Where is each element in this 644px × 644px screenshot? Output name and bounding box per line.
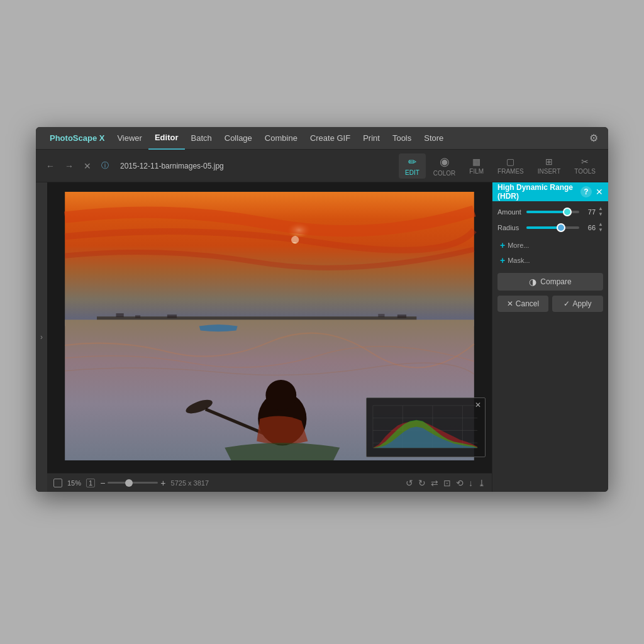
insert-icon: ⊞ xyxy=(545,157,553,167)
amount-arrows: ▲ ▼ xyxy=(598,206,603,217)
main-area: › xyxy=(36,182,608,492)
radius-value: 66 xyxy=(582,224,596,231)
zoom-slider-container: − + xyxy=(100,478,165,488)
tool-edit-label: EDIT xyxy=(405,169,419,176)
export-icon[interactable]: ⤓ xyxy=(478,478,486,488)
gear-icon[interactable]: ⚙ xyxy=(587,130,601,147)
toolbar-row: ← → ✕ ⓘ 2015-12-11-barnimages-05.jpg ✏ E… xyxy=(36,150,608,182)
edit-icon: ✏ xyxy=(408,156,416,168)
canvas-area: ✕ xyxy=(47,182,492,492)
tool-tools-label: TOOLS xyxy=(574,168,596,175)
radius-up-arrow[interactable]: ▲ xyxy=(598,222,603,227)
histogram-svg xyxy=(367,398,485,457)
color-icon: ◉ xyxy=(440,155,450,169)
radius-down-arrow[interactable]: ▼ xyxy=(598,228,603,233)
tools-icon: ✂ xyxy=(581,157,589,167)
cancel-label: Cancel xyxy=(516,299,539,308)
tool-film[interactable]: ▦ FILM xyxy=(463,154,490,177)
tool-tools[interactable]: ✂ TOOLS xyxy=(568,154,602,177)
flip-icon[interactable]: ⇄ xyxy=(431,478,438,488)
amount-slider-track[interactable] xyxy=(526,211,579,213)
compare-button[interactable]: ◑ Compare xyxy=(497,273,603,291)
amount-slider-fill xyxy=(526,211,567,213)
tool-film-label: FILM xyxy=(469,168,484,175)
menu-item-store[interactable]: Store xyxy=(418,127,450,150)
amount-value: 77 xyxy=(582,208,596,216)
compare-circle-icon: ◑ xyxy=(529,277,536,287)
tool-insert[interactable]: ⊞ INSERT xyxy=(531,154,567,177)
save-icon[interactable]: ↓ xyxy=(469,478,473,488)
hdr-close-button[interactable]: ✕ xyxy=(596,187,603,197)
tool-edit[interactable]: ✏ EDIT xyxy=(399,153,426,179)
amount-slider-row: Amount 77 ▲ ▼ xyxy=(497,206,603,217)
hdr-help-icon[interactable]: ? xyxy=(580,186,592,197)
toolbar-icons: ✏ EDIT ◉ COLOR ▦ FILM ▢ FRAMES ⊞ INSER xyxy=(399,152,602,179)
tool-color[interactable]: ◉ COLOR xyxy=(427,152,462,179)
rotate-left-icon[interactable]: ↺ xyxy=(406,478,413,488)
crop-icon[interactable]: ⊡ xyxy=(443,478,451,488)
more-label: More... xyxy=(508,242,529,249)
left-sidebar-toggle[interactable]: › xyxy=(36,182,47,492)
svg-point-7 xyxy=(265,380,296,411)
svg-rect-12 xyxy=(397,314,406,318)
forward-button[interactable]: → xyxy=(61,158,77,174)
radius-slider-track[interactable] xyxy=(526,226,579,229)
histogram-overlay: ✕ xyxy=(366,397,486,457)
svg-rect-9 xyxy=(135,315,140,318)
undo-icon[interactable]: ⟲ xyxy=(456,478,464,488)
menu-bar: PhotoScape X Viewer Editor Batch Collage… xyxy=(36,127,608,150)
cancel-x-icon: ✕ xyxy=(507,299,513,308)
histogram-close-button[interactable]: ✕ xyxy=(475,401,481,409)
thumbnail-icon xyxy=(53,479,62,487)
menu-item-print[interactable]: Print xyxy=(357,127,386,150)
tool-insert-label: INSERT xyxy=(538,168,561,175)
hdr-header: High Dynamic Range (HDR) ? ✕ xyxy=(492,182,608,201)
filename-label: 2015-12-11-barnimages-05.jpg xyxy=(120,162,224,170)
tool-frames[interactable]: ▢ FRAMES xyxy=(491,154,530,177)
app-window: PhotoScape X Viewer Editor Batch Collage… xyxy=(36,127,608,492)
frame-number: 1 xyxy=(86,479,95,487)
back-button[interactable]: ← xyxy=(42,158,58,174)
radius-label: Radius xyxy=(497,224,524,231)
apply-button[interactable]: ✓ Apply xyxy=(552,296,603,312)
menu-item-tools[interactable]: Tools xyxy=(386,127,418,150)
zoom-out-button[interactable]: − xyxy=(100,478,105,488)
tool-color-label: COLOR xyxy=(433,170,456,177)
radius-slider-row: Radius 66 ▲ ▼ xyxy=(497,222,603,233)
amount-down-arrow[interactable]: ▼ xyxy=(598,212,603,217)
amount-label: Amount xyxy=(497,208,524,216)
mask-label: Mask... xyxy=(508,257,530,264)
menu-item-combine[interactable]: Combine xyxy=(258,127,304,150)
radius-slider-fill xyxy=(526,226,561,229)
info-icon[interactable]: ⓘ xyxy=(97,158,113,174)
toolbar-nav: ← → ✕ ⓘ 2015-12-11-barnimages-05.jpg xyxy=(42,158,224,174)
mask-button[interactable]: + Mask... xyxy=(497,253,603,268)
menu-item-creategif[interactable]: Create GIF xyxy=(304,127,357,150)
zoom-slider[interactable] xyxy=(108,482,158,484)
cancel-button[interactable]: ✕ Cancel xyxy=(497,296,548,312)
amount-slider-thumb[interactable] xyxy=(563,208,572,216)
menu-item-viewer[interactable]: Viewer xyxy=(111,127,148,150)
close-button[interactable]: ✕ xyxy=(80,158,95,174)
menu-item-editor[interactable]: Editor xyxy=(148,127,185,150)
svg-rect-11 xyxy=(378,314,384,317)
menu-item-batch[interactable]: Batch xyxy=(185,127,218,150)
radius-arrows: ▲ ▼ xyxy=(598,222,603,233)
tool-frames-label: FRAMES xyxy=(497,168,524,175)
frames-icon: ▢ xyxy=(506,157,514,167)
compare-label: Compare xyxy=(540,277,571,286)
apply-check-icon: ✓ xyxy=(564,299,570,308)
hdr-body: Amount 77 ▲ ▼ xyxy=(492,201,608,317)
menu-item-collage[interactable]: Collage xyxy=(218,127,258,150)
more-button[interactable]: + More... xyxy=(497,238,603,253)
zoom-in-button[interactable]: + xyxy=(160,478,165,488)
menu-item-brand[interactable]: PhotoScape X xyxy=(43,127,111,150)
hdr-panel: High Dynamic Range (HDR) ? ✕ Amount xyxy=(492,182,608,317)
status-bar: 15% 1 − + 5725 x 3817 ↺ ↻ xyxy=(47,473,492,492)
rotate-right-icon[interactable]: ↻ xyxy=(418,478,426,488)
zoom-thumb[interactable] xyxy=(125,479,133,487)
chevron-right-icon: › xyxy=(40,333,43,341)
action-row: ✕ Cancel ✓ Apply xyxy=(497,296,603,312)
amount-up-arrow[interactable]: ▲ xyxy=(598,206,603,211)
radius-slider-thumb[interactable] xyxy=(557,223,565,232)
